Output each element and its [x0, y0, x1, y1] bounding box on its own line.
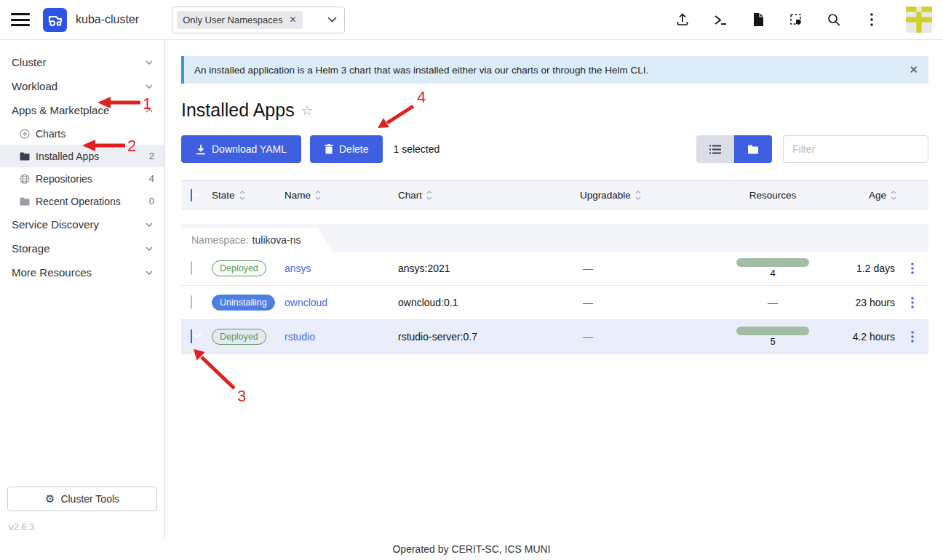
namespace-filter-tag[interactable]: Only User Namespaces ✕ — [177, 11, 302, 29]
sidebar-item-count: 0 — [149, 196, 154, 207]
chart-cell: rstudio-server:0.7 — [398, 331, 580, 343]
trash-icon — [325, 144, 333, 154]
namespace-tag-close-icon[interactable]: ✕ — [289, 15, 296, 25]
annotation-label-3: 3 — [237, 387, 246, 405]
upload-icon[interactable] — [675, 12, 691, 28]
sidebar-item-storage[interactable]: Storage — [0, 236, 164, 260]
sidebar-item-label: Installed Apps — [36, 151, 99, 162]
column-header-chart[interactable]: Chart — [398, 190, 580, 201]
favorite-star-icon[interactable]: ☆ — [301, 103, 313, 119]
row-actions-kebab-icon[interactable] — [896, 263, 928, 274]
kebab-menu-icon[interactable] — [864, 12, 880, 28]
info-banner-text: An installed application is a Helm 3 cha… — [194, 65, 648, 76]
column-header-state[interactable]: State — [212, 190, 285, 201]
sidebar-item-label: Workload — [12, 80, 57, 92]
app-name-link[interactable]: owncloud — [285, 297, 327, 308]
sidebar-item-repositories[interactable]: Repositories 4 — [0, 167, 164, 190]
import-yaml-file-icon[interactable] — [750, 12, 766, 28]
resources-count: 4 — [770, 268, 775, 279]
resources-count: 5 — [770, 336, 775, 347]
version-label: v2.6.3 — [7, 521, 157, 532]
sidebar: Cluster Workload Apps & Marketplace Char… — [0, 40, 165, 538]
cluster-name: kuba-cluster — [76, 13, 139, 26]
upgradable-cell: — — [580, 331, 718, 343]
group-by-namespace-button[interactable] — [734, 135, 772, 163]
upgradable-cell: — — [580, 297, 718, 308]
column-header-resources[interactable]: Resources — [718, 190, 827, 201]
sidebar-item-more-resources[interactable]: More Resources — [0, 260, 164, 284]
info-banner: An installed application is a Helm 3 cha… — [181, 56, 928, 84]
download-yaml-label: Download YAML — [212, 143, 287, 155]
sidebar-item-label: Apps & Marketplace — [12, 104, 109, 116]
sort-icon — [239, 191, 245, 200]
hamburger-menu-icon[interactable] — [11, 13, 30, 26]
cluster-tools-button[interactable]: ⚙ Cluster Tools — [7, 487, 157, 511]
sidebar-item-label: More Resources — [12, 266, 92, 279]
table-header-row: State Name Chart Upgradable Resources Ag… — [181, 180, 928, 209]
sidebar-item-label: Cluster — [12, 56, 47, 68]
search-icon[interactable] — [826, 12, 842, 28]
download-yaml-button[interactable]: Download YAML — [181, 135, 301, 163]
user-avatar[interactable] — [906, 7, 932, 33]
resources-cell: — — [718, 297, 827, 308]
sidebar-item-label: Repositories — [36, 173, 92, 185]
state-badge: Deployed — [212, 260, 266, 276]
upgradable-cell: — — [580, 263, 718, 274]
sidebar-item-cluster[interactable]: Cluster — [0, 50, 164, 74]
delete-label: Delete — [339, 143, 368, 155]
column-header-age[interactable]: Age — [827, 190, 896, 201]
folder-icon — [20, 197, 30, 206]
sidebar-item-apps-marketplace[interactable]: Apps & Marketplace — [0, 98, 164, 122]
row-actions-kebab-icon[interactable] — [896, 297, 928, 308]
row-checkbox[interactable] — [191, 295, 192, 309]
age-cell: 23 hours — [827, 297, 896, 308]
sidebar-item-charts[interactable]: Charts — [0, 122, 164, 145]
app-name-link[interactable]: rstudio — [285, 331, 315, 343]
age-cell: 4.2 hours — [827, 331, 896, 343]
sidebar-item-label: Charts — [36, 128, 65, 140]
chevron-down-icon — [146, 247, 153, 251]
table-row-ansys: Deployed ansys ansys:2021 — 4 1.2 days — [181, 252, 928, 286]
sidebar-item-installed-apps[interactable]: Installed Apps 2 — [0, 145, 164, 167]
chevron-down-icon — [146, 223, 153, 227]
app-name-link[interactable]: ansys — [285, 263, 311, 274]
sidebar-item-service-discovery[interactable]: Service Discovery — [0, 212, 164, 236]
sidebar-item-recent-operations[interactable]: Recent Operations 0 — [0, 190, 164, 212]
age-cell: 1.2 days — [827, 263, 896, 274]
filter-input[interactable] — [783, 135, 928, 163]
column-header-upgradable[interactable]: Upgradable — [580, 190, 718, 201]
namespace-filter-dropdown[interactable]: Only User Namespaces ✕ — [172, 7, 345, 33]
copy-snapshot-icon[interactable] — [788, 12, 804, 28]
row-actions-kebab-icon[interactable] — [896, 331, 928, 343]
sidebar-item-label: Storage — [12, 242, 50, 255]
chart-cell: owncloud:0.1 — [398, 297, 580, 308]
row-checkbox[interactable] — [191, 261, 192, 275]
state-badge: Deployed — [212, 329, 266, 345]
chevron-down-icon — [146, 84, 153, 89]
column-header-name[interactable]: Name — [285, 190, 398, 201]
sort-icon — [635, 191, 641, 200]
select-all-checkbox[interactable] — [191, 189, 192, 201]
cluster-tools-label: Cluster Tools — [60, 493, 119, 505]
globe-icon — [20, 174, 30, 184]
namespace-group-row: Namespace: tulikova-ns — [181, 224, 928, 252]
list-view-button[interactable] — [696, 135, 734, 163]
top-header: kuba-cluster Only User Namespaces ✕ — [0, 0, 943, 40]
chevron-down-icon — [146, 271, 153, 275]
sidebar-item-label: Recent Operations — [36, 196, 121, 207]
resources-cell: 4 — [718, 258, 827, 279]
chart-cell: ansys:2021 — [398, 263, 580, 274]
row-checkbox[interactable] — [191, 329, 192, 343]
banner-close-icon[interactable]: ✕ — [909, 63, 918, 76]
table-row-owncloud: Uninstalling owncloud owncloud:0.1 — — 2… — [181, 286, 928, 320]
chevron-down-icon — [327, 17, 337, 23]
kubectl-shell-icon[interactable] — [712, 12, 728, 28]
rancher-logo[interactable] — [43, 8, 67, 32]
namespace-group-tab: Namespace: tulikova-ns — [181, 228, 333, 252]
sidebar-item-workload[interactable]: Workload — [0, 74, 164, 98]
chevron-down-icon — [146, 60, 153, 65]
delete-button[interactable]: Delete — [310, 135, 383, 163]
download-icon — [196, 144, 206, 155]
footer-text: Operated by CERIT-SC, ICS MUNI — [392, 543, 550, 555]
state-badge: Uninstalling — [212, 295, 275, 311]
